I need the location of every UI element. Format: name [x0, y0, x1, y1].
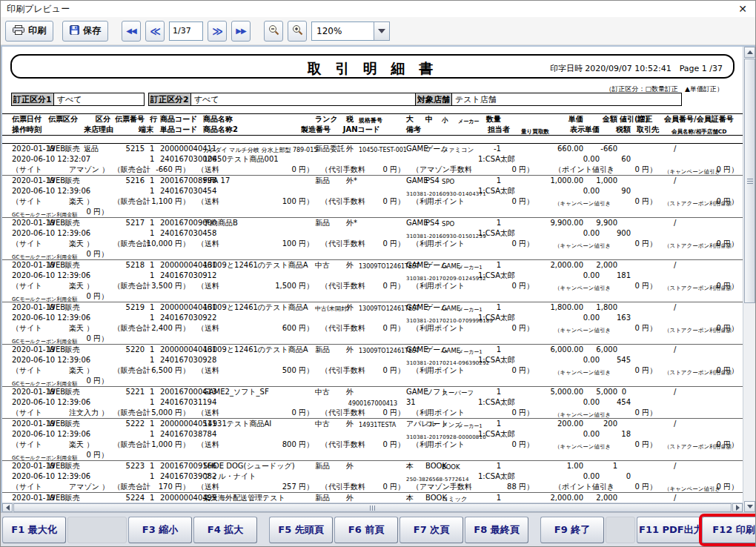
first-page-button[interactable]: ◀◀ [122, 21, 141, 42]
arrow-left-icon [6, 505, 10, 511]
cell-unit: 2,000.00 [521, 493, 583, 503]
cell-staff: 1:CSA太郎 [478, 154, 515, 165]
f9-exit-button[interactable]: F9 終了 [540, 517, 604, 543]
print-button[interactable]: 印刷 [5, 21, 53, 42]
cell-tax: 外 [346, 302, 354, 313]
f7-next-page-button[interactable]: F7 次頁 [399, 517, 463, 543]
cell-disp: 0.00 [540, 154, 600, 165]
scroll-up-button[interactable] [744, 47, 755, 58]
fee-value: 3,500 円） [119, 281, 190, 291]
f8-last-page-button[interactable]: F8 最終頁 [465, 517, 528, 543]
fee-value: 0 円） [475, 408, 534, 418]
fee-value: 0 円） [475, 239, 534, 249]
cell-catS: BOOK [442, 462, 460, 472]
cell-qty: 1 [468, 260, 501, 271]
f6-previous-page-button[interactable]: F6 前頁 [334, 517, 398, 543]
fee-value: 0 円） [687, 482, 738, 492]
fee-value: アマゾン ） [69, 482, 109, 492]
previous-page-icon: ≪ [150, 25, 160, 37]
fee-label: （送料 [197, 408, 219, 418]
cell-amount: 200 [585, 419, 617, 429]
cell-tax: 外 [346, 493, 354, 503]
printer-icon [13, 25, 24, 37]
fee-value: 0 円） [345, 365, 405, 376]
cell-line: 1 [150, 493, 154, 503]
cell-catS: SPO [442, 219, 454, 229]
fee-value: 500 円） [239, 365, 314, 376]
zoom-in-button[interactable] [288, 21, 307, 42]
cell-name: FIFA 17 [203, 176, 230, 186]
zoom-out-icon [268, 24, 279, 37]
save-button[interactable]: 保存 [62, 21, 108, 42]
gc-coupon-value: 0 円） [69, 450, 108, 460]
report-row: 2020-01-19WEB販売52211200167000413GAME2_ソフ… [2, 387, 743, 419]
scroll-down-button[interactable] [744, 501, 755, 512]
previous-page-button[interactable]: ≪ [145, 21, 165, 42]
horizontal-scroll-thumb[interactable] [13, 503, 732, 512]
fee-label: （利用ポイント [412, 196, 465, 207]
cell-tax: 外 [346, 260, 354, 271]
cell-member: / [674, 218, 676, 228]
cell-line: 1 [150, 302, 154, 313]
fee-label: （送料 [197, 165, 219, 175]
horizontal-scrollbar[interactable] [2, 503, 743, 512]
vertical-scroll-thumb[interactable] [744, 59, 755, 303]
cell-time: 2020-06-10 12:32:07 [12, 154, 90, 165]
cell-taxamt: 18 [603, 429, 631, 440]
cell-taxamt: 454 [603, 397, 631, 408]
zoom-dropdown-button[interactable] [374, 21, 390, 41]
report-blocks: 2020-01-19WEB販売返品52151200000040411カクダイ マ… [2, 143, 743, 503]
fee-label: （利用ポイント [412, 440, 465, 450]
zoom-out-button[interactable] [264, 21, 283, 42]
f3-shrink-button[interactable]: F3 縮小 [128, 517, 192, 543]
fee-value: 2,400 円） [119, 323, 190, 334]
fee-label: （サイト [12, 239, 42, 249]
fee-value: 0 円） [239, 408, 314, 418]
cell-name: 13009と12461のテスト商品A [203, 302, 308, 313]
cell-amount: 2,000 [585, 493, 617, 503]
thumb-grip [747, 181, 753, 182]
print-button-label: 印刷 [28, 24, 46, 37]
cell-term: 1 [150, 228, 154, 239]
cell-qty: 1 [468, 218, 501, 228]
cell-catL: 本 [406, 461, 414, 471]
cell-amount: 6,000 [585, 345, 617, 355]
col-visit-reason: 来店理由 [84, 125, 113, 135]
scroll-left-button[interactable] [2, 503, 13, 512]
cell-disp: 0.00 [540, 271, 600, 281]
cell-time: 2020-06-10 12:39:06 [12, 228, 90, 239]
zoom-level-combobox[interactable]: 120% [311, 21, 390, 41]
cell-slip: 5218 [112, 260, 145, 271]
arrow-right-icon [736, 505, 740, 511]
fee-label: （送料 [197, 365, 219, 376]
f5-first-page-button[interactable]: F5 先頭頁 [269, 517, 333, 543]
col-qty: 数量 [468, 114, 501, 125]
cell-qty: -1 [468, 144, 501, 154]
fee-label: （サイト [12, 281, 42, 291]
vertical-scrollbar[interactable] [743, 47, 755, 512]
cell-term: 1 [150, 471, 154, 482]
cell-name: 楽天海外配送管理テスト [203, 493, 285, 503]
fee-value: 0 円） [598, 196, 657, 207]
next-page-button[interactable]: ≫ [208, 21, 227, 42]
scroll-right-button[interactable] [732, 503, 743, 512]
cell-qty: 1 [468, 419, 501, 429]
f11-pdf-output-button[interactable]: F11 PDF出力 [637, 517, 700, 543]
fee-value: 0 円） [687, 239, 738, 249]
f1-maximize-button[interactable]: F1 最大化 [2, 517, 66, 543]
col-date: 伝票日付 [12, 114, 42, 125]
page-number-input[interactable] [169, 21, 203, 41]
cell-rank: 新品 [315, 461, 330, 471]
cell-disp: 0.00 [540, 313, 600, 323]
cell-reason: 返品 [84, 144, 99, 154]
thumb-grip [747, 183, 753, 184]
cell-slip: 5223 [112, 461, 145, 471]
fee-label: （利用ポイント [412, 365, 465, 376]
f4-enlarge-button[interactable]: F4 拡大 [193, 517, 257, 543]
cell-member: / [674, 493, 676, 503]
close-button[interactable]: ✕ [735, 1, 751, 16]
cell-tax: 外* [346, 218, 357, 228]
cell-unit: 200.00 [521, 419, 583, 429]
last-page-button[interactable]: ▶▶ [231, 21, 251, 42]
f12-print-button[interactable]: F12 印刷 [702, 517, 756, 543]
